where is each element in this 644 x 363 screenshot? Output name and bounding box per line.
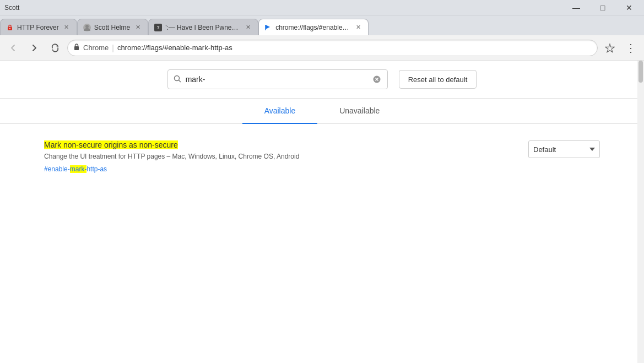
toolbar: Chrome | chrome://flags/#enable-mark-htt… [0,35,644,61]
flag-title: Mark non-secure origins as non-secure [44,140,430,149]
flag-title-highlighted: Mark non-secure origins as non-secure [44,140,178,149]
address-brand-label: Chrome [83,44,109,52]
address-bar[interactable]: Chrome | chrome://flags/#enable-mark-htt… [67,40,598,56]
flag-info: Mark non-secure origins as non-secure Ch… [44,140,430,174]
svg-rect-6 [74,46,79,50]
bookmark-button[interactable] [601,39,619,57]
flags-page: Reset all to default Available Unavailab… [0,61,644,363]
tab-close-hibp[interactable]: ✕ [243,23,252,32]
svg-point-2 [85,25,89,28]
svg-point-1 [9,28,10,29]
scrollbar-thumb[interactable] [638,61,643,83]
tab-unavailable[interactable]: Unavailable [317,99,402,124]
address-divider: | [112,44,114,52]
flags-tabs: Available Unavailable [0,99,644,124]
window-controls: — □ ✕ [564,0,642,15]
flag-link-before: #enable- [44,165,70,173]
tab-chrome-flags[interactable]: chrome://flags/#enable-r... ✕ [258,19,369,35]
address-lock-icon [73,43,80,52]
flags-search-bar: Reset all to default [0,61,644,99]
tab-bar: HTTP Forever ✕ Scott Helme ✕ ? ':— Have … [0,15,644,35]
flag-description: Change the UI treatment for HTTP pages –… [44,151,430,161]
title-bar: Scott — □ ✕ [0,0,644,15]
flag-control: Default Disabled Enabled (mark with not … [528,140,600,158]
search-icon [174,75,181,84]
tab-favicon-chrome-flags [264,24,272,31]
svg-line-8 [178,80,181,82]
menu-button[interactable]: ⋮ [622,39,640,57]
flag-link-highlighted: mark- [70,165,87,173]
reset-all-button[interactable]: Reset all to default [399,70,477,89]
svg-point-7 [174,75,179,80]
search-input[interactable] [186,75,367,84]
tab-close-chrome-flags[interactable]: ✕ [354,23,362,32]
minimize-button[interactable]: — [564,0,589,15]
svg-marker-3 [266,25,270,29]
tab-favicon-hibp: ? [154,24,162,31]
search-clear-button[interactable] [372,74,382,84]
tab-favicon-scott-helme [83,24,91,31]
flags-content: Mark non-secure origins as non-secure Ch… [0,124,644,363]
tab-favicon-http-forever [6,24,14,31]
address-url-prefix: chrome://flags/ [117,44,164,52]
flag-link-after: http-as [86,165,107,173]
tab-hibp[interactable]: ? ':— Have I Been Pwned: Che... ✕ [148,19,258,35]
flag-select-dropdown[interactable]: Default Disabled Enabled (mark with not … [528,140,600,158]
tab-http-forever[interactable]: HTTP Forever ✕ [0,19,77,35]
tab-title-hibp: ':— Have I Been Pwned: Che... [165,24,240,31]
maximize-button[interactable]: □ [590,0,615,15]
forward-button[interactable] [25,39,43,57]
tab-title-chrome-flags: chrome://flags/#enable-r... [275,24,350,31]
reload-button[interactable] [46,39,64,57]
close-button[interactable]: ✕ [616,0,642,15]
tab-scott-helme[interactable]: Scott Helme ✕ [77,19,148,35]
flag-link[interactable]: #enable-mark-http-as [44,165,107,173]
tab-available[interactable]: Available [242,99,318,124]
address-url: chrome://flags/#enable-mark-http-as [117,44,592,52]
address-url-anchor: #enable-mark-http-as [164,44,232,52]
window-user-label: Scott [4,4,19,12]
tab-title-http-forever: HTTP Forever [17,24,59,31]
search-wrapper [167,69,388,89]
tab-close-http-forever[interactable]: ✕ [62,23,71,32]
tab-title-scott-helme: Scott Helme [94,24,130,31]
flag-item: Mark non-secure origins as non-secure Ch… [44,135,600,179]
back-button[interactable] [4,39,22,57]
scrollbar-track[interactable] [637,61,644,363]
tab-close-scott-helme[interactable]: ✕ [133,23,142,32]
